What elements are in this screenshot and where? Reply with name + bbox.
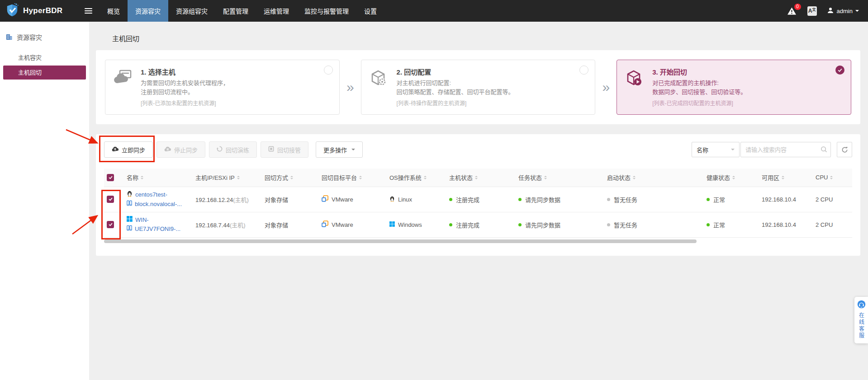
column-header-host-status[interactable]: 主机状态 (446, 169, 516, 187)
column-header-cpu[interactable]: CPU (813, 169, 852, 187)
step-card-start-failback[interactable]: 3. 开始回切 对已完成配置的主机操作: 数据同步、回切接管、回切验证等。 [列… (617, 60, 851, 115)
menu-toggle-icon[interactable] (77, 0, 100, 22)
task-status: 请先同步数据 (525, 220, 560, 229)
sort-icon[interactable] (732, 174, 735, 181)
horizontal-scrollbar[interactable] (104, 239, 697, 243)
column-header-zone[interactable]: 可用区 (759, 169, 813, 187)
host-name-link[interactable]: centos7test- (135, 190, 167, 199)
sort-icon[interactable] (544, 174, 547, 181)
task-status: 请先同步数据 (525, 195, 560, 204)
step-note: [列表-待操作配置的主机资源] (397, 99, 514, 107)
column-header-boot-status[interactable]: 启动状态 (604, 169, 704, 187)
zone: 192.168.10.4 (759, 212, 813, 237)
column-header-mode[interactable]: 回切方式 (262, 169, 319, 187)
brand[interactable]: HyperBDR (0, 0, 77, 22)
health-status: 正常 (713, 220, 725, 229)
sort-icon[interactable] (475, 174, 478, 181)
sidebar: 资源容灾 主机容灾 主机回切 (0, 22, 89, 380)
column-header-name[interactable]: 名称 (124, 169, 193, 187)
takeover-box-icon (268, 146, 274, 153)
volume-list-icon (127, 200, 132, 209)
cycle-arrow-icon (217, 146, 223, 153)
sort-icon[interactable] (237, 174, 240, 181)
table-row: centos7test- block.novalocal-... 192.168… (104, 187, 852, 212)
platform-label: VMware (332, 221, 353, 228)
more-actions-button[interactable]: 更多操作 (316, 141, 363, 158)
status-dot-gray (607, 198, 610, 201)
cloud-pause-icon (164, 146, 171, 153)
box-play-icon (624, 67, 646, 109)
status-dot-green (707, 198, 710, 201)
step-radio-unchecked[interactable] (324, 66, 333, 75)
step-title: 2. 回切配置 (397, 67, 514, 76)
column-header-health[interactable]: 健康状态 (704, 169, 759, 187)
alarm-icon[interactable]: 0 (787, 5, 797, 16)
stop-sync-label: 停止同步 (174, 145, 198, 154)
sidebar-item-host-failback[interactable]: 主机回切 (3, 66, 86, 80)
nav-item-overview[interactable]: 概览 (100, 0, 128, 22)
host-name-link[interactable]: block.novalocal-... (135, 200, 182, 209)
status-dot-green (518, 223, 522, 226)
chevron-down-icon (351, 149, 355, 152)
sort-icon[interactable] (633, 174, 636, 181)
sort-icon[interactable] (830, 174, 833, 181)
row-checkbox[interactable] (107, 196, 114, 203)
nav-item-monitor-alarm[interactable]: 监控与报警管理 (297, 0, 356, 22)
step-radio-unchecked[interactable] (579, 66, 588, 75)
sidebar-section-header: 资源容灾 (0, 33, 89, 50)
vmware-icon (322, 220, 328, 229)
sync-now-label: 立即同步 (122, 145, 145, 154)
refresh-button[interactable] (837, 142, 852, 157)
failback-drill-button[interactable]: 回切演练 (209, 141, 257, 158)
row-checkbox[interactable] (107, 221, 114, 228)
step-card-select-host[interactable]: 1. 选择主机 为需要回切的主机安装代理程序， 注册到回切流程中。 [列表-已添… (105, 60, 340, 115)
step-desc: 对主机进行回切配置: (397, 79, 514, 88)
nav-item-config-mgmt[interactable]: 配置管理 (215, 0, 256, 22)
sort-icon[interactable] (141, 174, 143, 181)
step-title: 1. 选择主机 (141, 67, 229, 76)
host-ip: 192.168.7.44(主机) (195, 222, 246, 229)
nav-item-resource-dr[interactable]: 资源容灾 (128, 0, 168, 22)
online-support-label: 在线客服 (858, 312, 865, 339)
sync-now-button[interactable]: 立即同步 (104, 141, 153, 158)
language-switch-icon[interactable]: A文 (807, 6, 817, 16)
sort-icon[interactable] (782, 174, 784, 181)
cloud-sync-icon (112, 146, 119, 153)
step-card-failback-config[interactable]: 2. 回切配置 对主机进行回切配置: 回切策略配置、存储配置、回切平台配置等。 … (361, 60, 596, 115)
step-note: [列表-已添加未配置的主机资源] (141, 99, 229, 107)
search-input[interactable] (740, 142, 831, 157)
column-header-task-status[interactable]: 任务状态 (516, 169, 604, 187)
status-dot-green (518, 198, 522, 201)
select-all-checkbox[interactable] (107, 174, 114, 181)
column-header-platform[interactable]: 回切目标平台 (319, 169, 387, 187)
column-header-ip[interactable]: 主机IP/ESXi IP (193, 169, 262, 187)
sidebar-item-host-dr[interactable]: 主机容灾 (3, 51, 86, 65)
sort-icon[interactable] (359, 174, 362, 181)
nav-item-settings[interactable]: 设置 (356, 0, 384, 22)
main-content: 主机回切 1. 选择主机 为需要回切的主机安装代理程序， 注册到回切流程 (89, 22, 868, 380)
nav-item-ops-mgmt[interactable]: 运维管理 (256, 0, 297, 22)
host-table: 名称 主机IP/ESXi IP 回切方式 回切目标平台 OS操作系统 主机状态 … (104, 169, 852, 238)
nav-item-resource-group-dr[interactable]: 资源组容灾 (168, 0, 215, 22)
platform-label: VMware (332, 196, 353, 203)
host-status: 注册完成 (456, 220, 479, 229)
sort-icon[interactable] (424, 174, 427, 181)
stop-sync-button[interactable]: 停止同步 (157, 141, 205, 158)
box-gear-icon (369, 67, 390, 109)
health-status: 正常 (713, 195, 725, 204)
host-name-link[interactable]: UE7JV7FONI9-... (135, 225, 180, 234)
step-check-icon[interactable] (835, 66, 844, 75)
sort-icon[interactable] (290, 174, 293, 181)
search-icon[interactable] (821, 146, 827, 155)
host-status: 注册完成 (456, 195, 479, 204)
host-name-link[interactable]: WIN- (135, 216, 149, 225)
filter-field-select[interactable]: 名称 (692, 142, 740, 157)
step-card-text: 2. 回切配置 对主机进行回切配置: 回切策略配置、存储配置、回切平台配置等。 … (397, 67, 514, 109)
step-desc: 数据同步、回切接管、回切验证等。 (652, 88, 746, 97)
chevron-right-icon: » (595, 80, 617, 94)
user-menu[interactable]: admin (827, 7, 859, 15)
failback-takeover-button[interactable]: 回切接管 (261, 141, 308, 158)
column-header-os[interactable]: OS操作系统 (387, 169, 446, 187)
cpu: 2 CPU (813, 187, 852, 212)
online-support-widget[interactable]: 在线客服 (854, 297, 868, 343)
